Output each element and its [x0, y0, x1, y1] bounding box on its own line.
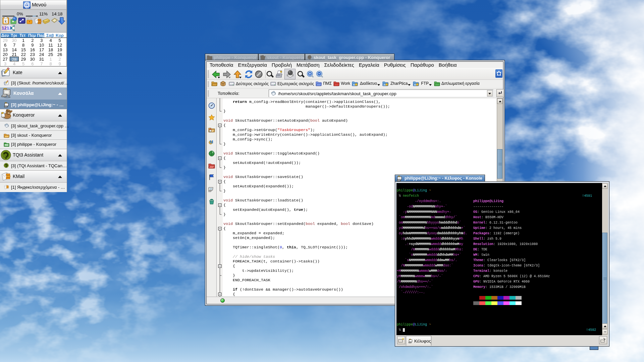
svg-text:k: k: [5, 19, 7, 24]
svg-text:M: M: [210, 139, 213, 144]
